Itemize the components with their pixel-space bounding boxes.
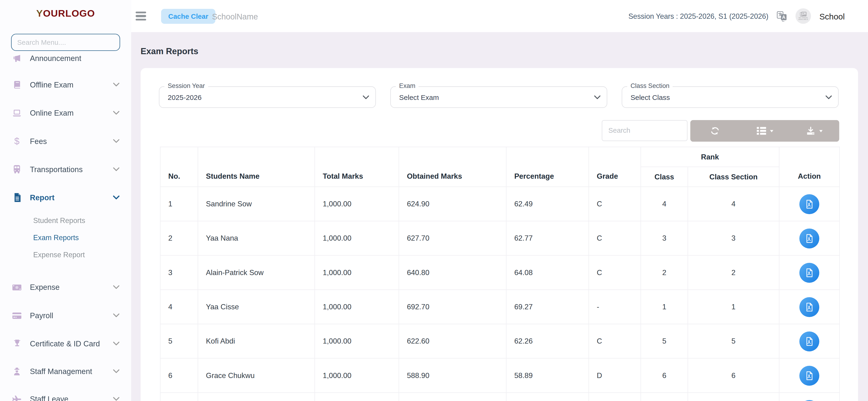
select-label: Exam	[396, 82, 419, 89]
cell-obtained-marks: 692.70	[399, 290, 506, 324]
refresh-icon	[710, 126, 720, 136]
pdf-file-icon	[804, 199, 814, 209]
sidebar-subitem-expense-report[interactable]: Expense Report	[0, 248, 131, 261]
sidebar-item-staff-management[interactable]: Staff Management	[0, 363, 131, 380]
language-translate-icon[interactable]: A	[777, 11, 787, 21]
chevron-down-icon	[113, 341, 119, 346]
col-header-total-marks: Total Marks	[315, 147, 399, 187]
sidebar-item-label: Staff Management	[30, 367, 92, 375]
sidebar-subitem-exam-reports[interactable]: Exam Reports	[0, 231, 131, 244]
sidebar-item-label: Report	[30, 194, 55, 202]
select-exam[interactable]: ExamSelect Exam	[391, 86, 608, 108]
cache-clear-button[interactable]: Cache Clear	[161, 9, 216, 24]
cell-obtained-marks	[399, 393, 506, 401]
cell-student-name: Yaa Nana	[198, 221, 315, 255]
caret-down-icon	[770, 130, 773, 134]
sidebar-item-announcement[interactable]: Announcement	[0, 49, 131, 67]
select-value: Select Exam	[399, 93, 439, 101]
cell-rank-class-section: 1	[688, 290, 779, 324]
no-image-icon	[800, 11, 807, 16]
select-class-section[interactable]: Class SectionSelect Class	[622, 86, 839, 108]
select-session-year[interactable]: Session Year2025-2026	[159, 86, 376, 108]
sidebar-item-label: Offline Exam	[30, 80, 73, 89]
cell-no: 3	[160, 255, 198, 290]
avatar-placeholder-text: NO IMAGE AVAILABLE	[799, 17, 808, 21]
pdf-file-icon	[804, 268, 814, 277]
cell-rank-class-section: 2	[688, 255, 779, 290]
cell-action	[779, 393, 839, 401]
cell-rank-class-section: 5	[688, 324, 779, 358]
col-header-students-name: Students Name	[198, 147, 315, 187]
select-label: Session Year	[164, 82, 208, 89]
sidebar-item-label: Payroll	[30, 311, 53, 320]
school-name-label: SchoolName	[212, 12, 258, 21]
table-toolbar	[690, 120, 839, 142]
sidebar-item-report[interactable]: Report	[0, 189, 131, 207]
cell-rank-class: 5	[641, 324, 688, 358]
col-header-rank-class: Class	[641, 167, 688, 187]
payroll-icon	[11, 310, 23, 321]
chevron-down-icon	[113, 111, 119, 115]
sidebar-subitem-student-reports[interactable]: Student Reports	[0, 214, 131, 227]
cell-rank-class: 1	[641, 290, 688, 324]
sidebar-item-staff-leave[interactable]: Staff Leave	[0, 390, 131, 401]
sidebar: YOURLOGO AnnouncementOffline ExamOnline …	[0, 0, 131, 401]
columns-toggle-button[interactable]	[740, 120, 789, 142]
cell-obtained-marks: 622.60	[399, 324, 506, 358]
expense-icon	[11, 281, 23, 293]
sidebar-item-label: Online Exam	[30, 109, 73, 117]
col-header-percentage: Percentage	[506, 147, 589, 187]
cell-student-name: Grace Chukwu	[198, 358, 315, 393]
cell-grade	[589, 393, 641, 401]
pdf-download-button[interactable]	[799, 194, 819, 214]
sidebar-item-expense[interactable]: Expense	[0, 278, 131, 296]
sidebar-item-transportations[interactable]: Transportations	[0, 160, 131, 178]
column-list-icon	[756, 127, 766, 135]
refresh-button[interactable]	[690, 120, 740, 142]
cell-rank-class: 3	[641, 221, 688, 255]
staff-management-icon	[11, 366, 23, 377]
table-row: 5Kofi Abdi1,000.00622.6062.26C55	[160, 324, 839, 358]
chevron-down-icon	[113, 285, 119, 289]
pdf-download-button[interactable]	[799, 263, 819, 282]
select-value: 2025-2026	[168, 93, 202, 101]
pdf-download-button[interactable]	[799, 400, 819, 401]
sidebar-item-fees[interactable]: $Fees	[0, 132, 131, 150]
sidebar-item-online-exam[interactable]: Online Exam	[0, 104, 131, 122]
select-value: Select Class	[630, 93, 670, 101]
pdf-download-button[interactable]	[799, 366, 819, 386]
sidebar-item-label: Fees	[30, 137, 47, 145]
cell-percentage: 69.27	[506, 290, 589, 324]
col-header-grade: Grade	[589, 147, 641, 187]
sidebar-item-payroll[interactable]: Payroll	[0, 306, 131, 324]
table-row: 6Grace Chukwu1,000.00588.9058.89D66	[160, 358, 839, 393]
cell-total-marks: 1,000.00	[315, 358, 399, 393]
pdf-download-button[interactable]	[799, 331, 819, 351]
cell-no: 4	[160, 290, 198, 324]
pdf-download-button[interactable]	[799, 297, 819, 317]
sidebar-item-certificate-id-card[interactable]: Certificate & ID Card	[0, 335, 131, 353]
profile-name-label: School	[819, 11, 845, 21]
table-search-input[interactable]	[602, 120, 688, 141]
pdf-download-button[interactable]	[799, 228, 819, 248]
sidebar-item-label: Certificate & ID Card	[30, 340, 100, 348]
col-header-obtained-marks: Obtained Marks	[399, 147, 506, 187]
hamburger-menu-icon[interactable]	[135, 12, 146, 21]
cell-no: 2	[160, 221, 198, 255]
cell-percentage: 62.49	[506, 187, 589, 221]
sidebar-item-label: Staff Leave	[30, 395, 68, 401]
table-row: 1Sandrine Sow1,000.00624.9062.49C44	[160, 187, 839, 221]
sidebar-item-offline-exam[interactable]: Offline Exam	[0, 76, 131, 94]
col-header-rank-group: Rank	[641, 147, 779, 167]
cell-action	[779, 187, 839, 221]
cell-total-marks: 1,000.00	[315, 255, 399, 290]
cell-percentage: 62.77	[506, 221, 589, 255]
download-icon	[806, 126, 815, 135]
export-download-button[interactable]	[789, 120, 839, 142]
sidebar-item-label: Announcement	[30, 54, 81, 62]
avatar[interactable]: NO IMAGE AVAILABLE	[796, 8, 811, 24]
page-title: Exam Reports	[141, 46, 198, 56]
exam-report-table: No. Students Name Total Marks Obtained M…	[160, 146, 840, 401]
cell-student-name: Yaa Cisse	[198, 290, 315, 324]
sidebar-item-label: Expense	[30, 283, 60, 291]
